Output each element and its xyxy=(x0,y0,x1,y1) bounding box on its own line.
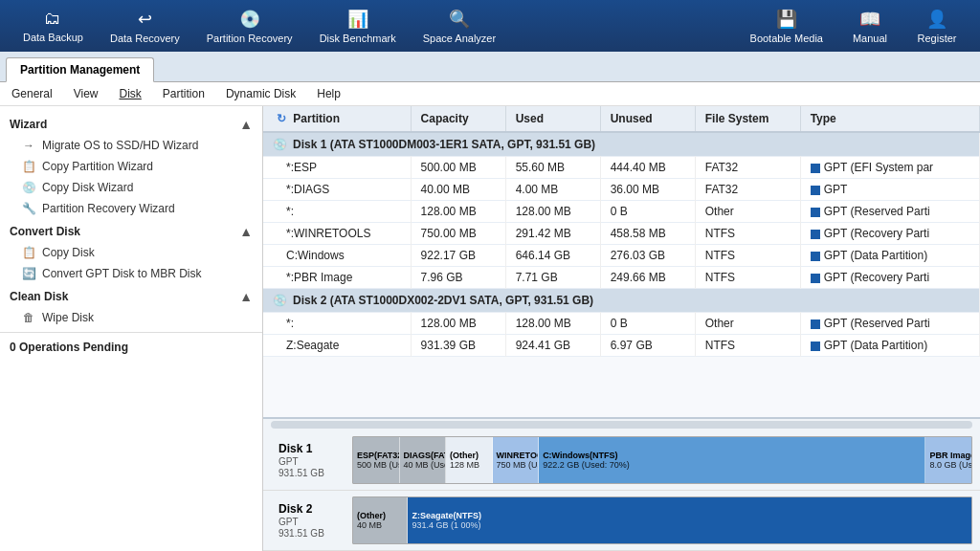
menu-partition[interactable]: Partition xyxy=(159,85,209,102)
col-unused: Unused xyxy=(600,106,695,132)
col-capacity: Capacity xyxy=(411,106,505,132)
menu-bar: General View Disk Partition Dynamic Disk… xyxy=(0,82,980,106)
space-analyzer-icon: 🔍 xyxy=(449,9,470,30)
toolbar-item-manual[interactable]: 📖 Manual xyxy=(836,5,903,48)
disk1-partitions: ESP(FAT32)500 MB (UsecDIAGS(FAT32;40 MB … xyxy=(352,436,972,484)
partition-recovery-icon: 💿 xyxy=(239,9,260,30)
table-area[interactable]: ↻ Partition Capacity Used Unused File Sy… xyxy=(263,106,980,417)
sidebar-item-migrate-os[interactable]: → Migrate OS to SSD/HD Wizard xyxy=(0,135,262,156)
sidebar-scroll: Wizard ▲ → Migrate OS to SSD/HD Wizard 📋… xyxy=(0,106,262,551)
menu-disk[interactable]: Disk xyxy=(116,85,145,102)
tab-bar: Partition Management xyxy=(0,52,980,82)
col-used: Used xyxy=(505,106,600,132)
convert-gpt-mbr-icon: 🔄 xyxy=(21,267,36,280)
partition-block[interactable]: (Other)128 MB xyxy=(446,437,493,483)
table-row[interactable]: *:WINRETOOLS 750.00 MB 291.42 MB 458.58 … xyxy=(263,223,980,245)
sidebar: Wizard ▲ → Migrate OS to SSD/HD Wizard 📋… xyxy=(0,106,263,551)
disk-visual-area: Disk 1 GPT 931.51 GB ESP(FAT32)500 MB (U… xyxy=(263,417,980,551)
toolbar-item-register[interactable]: 👤 Register xyxy=(903,5,970,48)
toolbar-item-bootable-media[interactable]: 💾 Bootable Media xyxy=(737,5,836,48)
main-area: Partition Management General View Disk P… xyxy=(0,52,980,551)
sidebar-item-partition-recovery-wizard[interactable]: 🔧 Partition Recovery Wizard xyxy=(0,198,262,219)
partition-block[interactable]: C:Windows(NTFS)922.2 GB (Used: 70%) xyxy=(539,437,925,483)
register-icon: 👤 xyxy=(926,9,947,30)
col-partition: ↻ Partition xyxy=(263,106,411,132)
table-row[interactable]: Z:Seagate 931.39 GB 924.41 GB 6.97 GB NT… xyxy=(263,335,980,357)
table-row[interactable]: *:DIAGS 40.00 MB 4.00 MB 36.00 MB FAT32 … xyxy=(263,179,980,201)
partition-block[interactable]: Z:Seagate(NTFS)931.4 GB (1 00%) xyxy=(408,497,971,543)
migrate-os-icon: → xyxy=(21,139,36,152)
table-row[interactable]: *: 128.00 MB 128.00 MB 0 B Other GPT (Re… xyxy=(263,201,980,223)
copy-partition-icon: 📋 xyxy=(21,160,36,173)
bootable-media-icon: 💾 xyxy=(776,9,797,30)
table-row[interactable]: *: 128.00 MB 128.00 MB 0 B Other GPT (Re… xyxy=(263,313,980,335)
toolbar-item-disk-benchmark[interactable]: 📊 Disk Benchmark xyxy=(306,5,410,48)
partition-block[interactable]: ESP(FAT32)500 MB (Usec xyxy=(353,437,400,483)
menu-general[interactable]: General xyxy=(8,85,56,102)
toolbar-item-space-analyzer[interactable]: 🔍 Space Analyzer xyxy=(410,5,509,48)
toolbar-item-data-recovery[interactable]: ↩ Data Recovery xyxy=(97,5,193,48)
sidebar-item-wipe-disk[interactable]: 🗑 Wipe Disk xyxy=(0,307,262,328)
toolbar-item-partition-recovery[interactable]: 💿 Partition Recovery xyxy=(193,5,306,48)
partition-block[interactable]: WINRETOOLS750 MB (Usec xyxy=(493,437,540,483)
partition-block[interactable]: DIAGS(FAT32;40 MB (Used: xyxy=(400,437,447,483)
table-row[interactable]: *:PBR Image 7.96 GB 7.71 GB 249.66 MB NT… xyxy=(263,267,980,289)
disk1-visual-label: Disk 1 GPT 931.51 GB xyxy=(271,436,352,484)
copy-disk-wizard-icon: 💿 xyxy=(21,181,36,194)
horizontal-scrollbar[interactable] xyxy=(271,421,972,429)
copy-disk-item-icon: 📋 xyxy=(21,246,36,259)
disk2-visual-row: Disk 2 GPT 931.51 GB (Other)40 MBZ:Seaga… xyxy=(263,491,980,551)
disk1-visual-row: Disk 1 GPT 931.51 GB ESP(FAT32)500 MB (U… xyxy=(263,430,980,491)
wizard-collapse-button[interactable]: ▲ xyxy=(239,117,253,132)
menu-help[interactable]: Help xyxy=(313,85,345,102)
partition-recovery-wizard-icon: 🔧 xyxy=(21,202,36,215)
convert-collapse-button[interactable]: ▲ xyxy=(239,224,253,239)
toolbar: 🗂 Data Backup ↩ Data Recovery 💿 Partitio… xyxy=(0,0,980,52)
operations-pending: 0 Operations Pending xyxy=(0,332,262,362)
disk2-partitions: (Other)40 MBZ:Seagate(NTFS)931.4 GB (1 0… xyxy=(352,496,972,544)
sidebar-item-copy-disk-item[interactable]: 📋 Copy Disk xyxy=(0,242,262,263)
sidebar-item-copy-partition[interactable]: 📋 Copy Partition Wizard xyxy=(0,156,262,177)
disk2-header: 💿Disk 2 (ATA ST1000DX002-2DV1 SATA, GPT,… xyxy=(263,289,980,313)
col-type: Type xyxy=(800,106,979,132)
table-row[interactable]: C:Windows 922.17 GB 646.14 GB 276.03 GB … xyxy=(263,245,980,267)
content-area: Wizard ▲ → Migrate OS to SSD/HD Wizard 📋… xyxy=(0,106,980,551)
sidebar-item-copy-disk[interactable]: 💿 Copy Disk Wizard xyxy=(0,177,262,198)
menu-dynamic-disk[interactable]: Dynamic Disk xyxy=(222,85,300,102)
clean-collapse-button[interactable]: ▲ xyxy=(239,289,253,304)
manual-icon: 📖 xyxy=(859,9,880,30)
disk2-visual-label: Disk 2 GPT 931.51 GB xyxy=(271,496,352,544)
tab-partition-management[interactable]: Partition Management xyxy=(6,57,154,82)
disk-benchmark-icon: 📊 xyxy=(347,9,368,30)
sidebar-section-convert-disk: Convert Disk ▲ xyxy=(0,219,262,242)
sidebar-section-clean-disk: Clean Disk ▲ xyxy=(0,284,262,307)
main-panel: ↻ Partition Capacity Used Unused File Sy… xyxy=(263,106,980,551)
sidebar-item-convert-gpt-mbr[interactable]: 🔄 Convert GPT Disk to MBR Disk xyxy=(0,263,262,284)
wipe-disk-icon: 🗑 xyxy=(21,311,36,324)
data-recovery-icon: ↩ xyxy=(138,9,152,30)
partition-table: ↻ Partition Capacity Used Unused File Sy… xyxy=(263,106,980,357)
data-backup-icon: 🗂 xyxy=(44,9,61,29)
scrollbar-row xyxy=(263,419,980,430)
partition-block[interactable]: (Other)40 MB xyxy=(353,497,408,543)
disk1-header: 💿Disk 1 (ATA ST1000DM003-1ER1 SATA, GPT,… xyxy=(263,132,980,157)
table-row[interactable]: *:ESP 500.00 MB 55.60 MB 444.40 MB FAT32… xyxy=(263,157,980,179)
menu-view[interactable]: View xyxy=(70,85,102,102)
partition-block[interactable]: PBR Image(N8.0 GB (Used: xyxy=(925,437,971,483)
refresh-icon[interactable]: ↻ xyxy=(277,112,286,125)
sidebar-section-wizard: Wizard ▲ xyxy=(0,112,262,135)
toolbar-item-data-backup[interactable]: 🗂 Data Backup xyxy=(10,5,97,47)
col-filesystem: File System xyxy=(695,106,800,132)
